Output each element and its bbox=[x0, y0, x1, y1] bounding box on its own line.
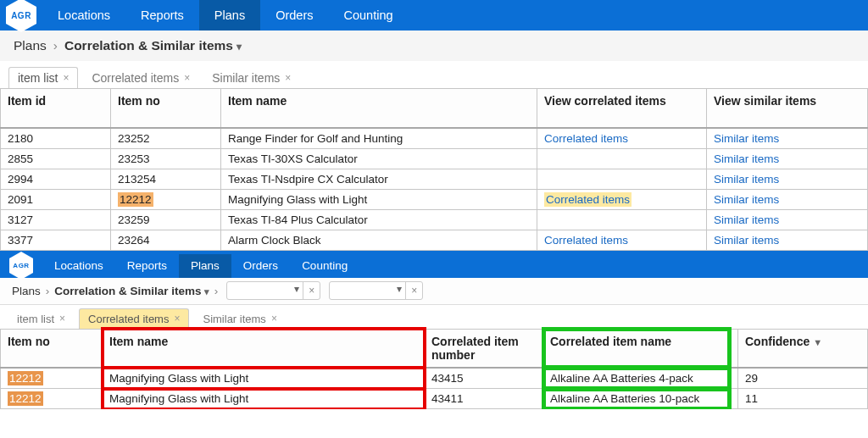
close-icon[interactable]: × bbox=[174, 313, 180, 324]
nav-reports[interactable]: Reports bbox=[115, 254, 179, 278]
breadcrumb-root[interactable]: Plans bbox=[12, 285, 41, 297]
col-item-id[interactable]: Item id bbox=[1, 89, 111, 128]
close-icon[interactable]: × bbox=[285, 72, 291, 84]
cell-item-id: 3377 bbox=[1, 230, 111, 250]
filter-dropdown-2[interactable]: × bbox=[329, 281, 423, 300]
col-correlated-name[interactable]: Correlated item name bbox=[543, 329, 730, 368]
chevron-right-icon: › bbox=[53, 38, 58, 53]
breadcrumb-root[interactable]: Plans bbox=[14, 38, 47, 53]
cell-view-correlated bbox=[537, 148, 707, 169]
close-icon[interactable]: × bbox=[184, 72, 190, 84]
cell-correlated-number: 43411 bbox=[425, 389, 535, 409]
table-row[interactable]: 337723264Alarm Clock BlackCorrelated ite… bbox=[1, 230, 868, 250]
nav-orders[interactable]: Orders bbox=[260, 0, 328, 30]
cell-item-name: Alarm Clock Black bbox=[221, 230, 537, 250]
cell-item-no: 213254 bbox=[111, 169, 221, 189]
cell-item-no: 23259 bbox=[111, 209, 221, 230]
nav-plans[interactable]: Plans bbox=[179, 254, 231, 278]
nav-locations[interactable]: Locations bbox=[42, 254, 115, 278]
cell-item-id: 3127 bbox=[1, 209, 111, 230]
nav-orders[interactable]: Orders bbox=[231, 254, 290, 278]
cell-view-correlated: Correlated items bbox=[537, 230, 707, 250]
col-view-similar[interactable]: View similar items bbox=[707, 89, 868, 128]
close-icon[interactable]: × bbox=[63, 72, 69, 84]
breadcrumb-page[interactable]: Correlation & Similar items ▾ bbox=[64, 38, 242, 53]
sort-desc-icon: ▼ bbox=[813, 337, 822, 347]
nav-counting[interactable]: Counting bbox=[328, 0, 408, 30]
breadcrumb-page[interactable]: Correlation & Similar items ▾ bbox=[54, 285, 209, 297]
cell-confidence: 11 bbox=[738, 389, 868, 409]
link-correlated-items[interactable]: Correlated items bbox=[544, 192, 632, 207]
table-row[interactable]: 2994213254Texas TI-Nsdpire CX Calculator… bbox=[1, 169, 868, 189]
tab-similar-items[interactable]: Similar items× bbox=[203, 68, 299, 88]
table-row[interactable]: 312723259Texas TI-84 Plus CalculatorSimi… bbox=[1, 209, 868, 230]
cell-item-id: 2091 bbox=[1, 189, 111, 209]
cell-item-id: 2180 bbox=[1, 128, 111, 149]
cell-item-name: Texas TI-Nsdpire CX Calculator bbox=[221, 169, 537, 189]
cell-item-name: Magnifying Glass with Light bbox=[103, 389, 425, 409]
col-item-no[interactable]: Item no bbox=[1, 329, 94, 368]
link-similar-items[interactable]: Similar items bbox=[714, 132, 779, 145]
tab-correlated-items[interactable]: Correlated items× bbox=[83, 68, 198, 88]
tab-bar-lower: item list× Correlated items× Similar ite… bbox=[0, 305, 868, 329]
nav-plans[interactable]: Plans bbox=[199, 0, 260, 30]
brand-text: AGR bbox=[11, 11, 31, 20]
link-similar-items[interactable]: Similar items bbox=[714, 234, 779, 247]
cell-view-correlated: Correlated items bbox=[537, 128, 707, 149]
close-icon[interactable]: × bbox=[303, 285, 320, 297]
cell-item-name: Magnifying Glass with Light bbox=[221, 189, 537, 209]
cell-item-no: 12212 bbox=[1, 368, 94, 389]
tab-similar-items[interactable]: Similar items× bbox=[194, 309, 285, 329]
filter-dropdown-1[interactable]: × bbox=[226, 281, 320, 300]
cell-item-name: Texas TI-30XS Calculator bbox=[221, 148, 537, 169]
tab-item-list[interactable]: item list× bbox=[8, 309, 74, 329]
tab-item-list[interactable]: item list× bbox=[8, 67, 78, 88]
chevron-right-icon: › bbox=[46, 285, 50, 297]
table-row[interactable]: 209112212Magnifying Glass with LightCorr… bbox=[1, 189, 868, 209]
link-similar-items[interactable]: Similar items bbox=[714, 152, 779, 165]
cell-confidence: 29 bbox=[738, 368, 868, 389]
link-correlated-items[interactable]: Correlated items bbox=[544, 132, 628, 145]
cell-item-no: 23253 bbox=[111, 148, 221, 169]
col-item-no[interactable]: Item no bbox=[111, 89, 221, 128]
correlated-table: Item no Item name Correlated item number… bbox=[0, 329, 868, 410]
nav-counting[interactable]: Counting bbox=[290, 254, 359, 278]
close-icon[interactable]: × bbox=[271, 313, 277, 324]
cell-item-no: 12212 bbox=[1, 389, 94, 409]
cell-view-similar: Similar items bbox=[707, 128, 868, 149]
cell-item-no: 23252 bbox=[111, 128, 221, 149]
col-view-correlated[interactable]: View correlated items bbox=[537, 89, 707, 128]
cell-view-correlated: Correlated items bbox=[537, 189, 707, 209]
table-row[interactable]: 285523253Texas TI-30XS CalculatorSimilar… bbox=[1, 148, 868, 169]
breadcrumb-lower: Plans › Correlation & Similar items ▾ › … bbox=[0, 278, 868, 305]
close-icon[interactable]: × bbox=[59, 313, 65, 324]
cell-view-correlated bbox=[537, 209, 707, 230]
col-confidence[interactable]: Confidence▼ bbox=[738, 329, 868, 368]
nav-reports[interactable]: Reports bbox=[125, 0, 199, 30]
link-similar-items[interactable]: Similar items bbox=[714, 173, 779, 186]
cell-view-correlated bbox=[537, 169, 707, 189]
link-similar-items[interactable]: Similar items bbox=[714, 193, 779, 206]
col-correlated-number[interactable]: Correlated item number bbox=[425, 329, 535, 368]
cell-item-name: Texas TI-84 Plus Calculator bbox=[221, 209, 537, 230]
cell-item-no: 12212 bbox=[111, 189, 221, 209]
chevron-right-icon: › bbox=[214, 285, 219, 297]
nav-locations[interactable]: Locations bbox=[42, 0, 125, 30]
link-correlated-items[interactable]: Correlated items bbox=[544, 234, 628, 247]
chevron-down-icon: ▾ bbox=[202, 286, 209, 297]
cell-item-name: Magnifying Glass with Light bbox=[103, 368, 425, 389]
link-similar-items[interactable]: Similar items bbox=[714, 213, 779, 226]
brand-logo: AGR bbox=[0, 254, 42, 278]
tab-correlated-items[interactable]: Correlated items× bbox=[79, 308, 189, 329]
table-row[interactable]: 12212Magnifying Glass with Light43415Alk… bbox=[1, 368, 868, 389]
table-row[interactable]: 12212Magnifying Glass with Light43411Alk… bbox=[1, 389, 868, 409]
col-item-name[interactable]: Item name bbox=[103, 329, 425, 368]
cell-correlated-number: 43415 bbox=[425, 368, 535, 389]
cell-correlated-name: Alkaline AA Batteries 4-pack bbox=[543, 368, 730, 389]
top-nav-lower: AGR Locations Reports Plans Orders Count… bbox=[0, 251, 868, 278]
table-row[interactable]: 218023252Range Finder for Golf and Hunti… bbox=[1, 128, 868, 149]
top-nav: AGR Locations Reports Plans Orders Count… bbox=[0, 0, 868, 30]
close-icon[interactable]: × bbox=[406, 285, 422, 297]
brand-logo: AGR bbox=[0, 0, 42, 30]
col-item-name[interactable]: Item name bbox=[221, 89, 537, 128]
